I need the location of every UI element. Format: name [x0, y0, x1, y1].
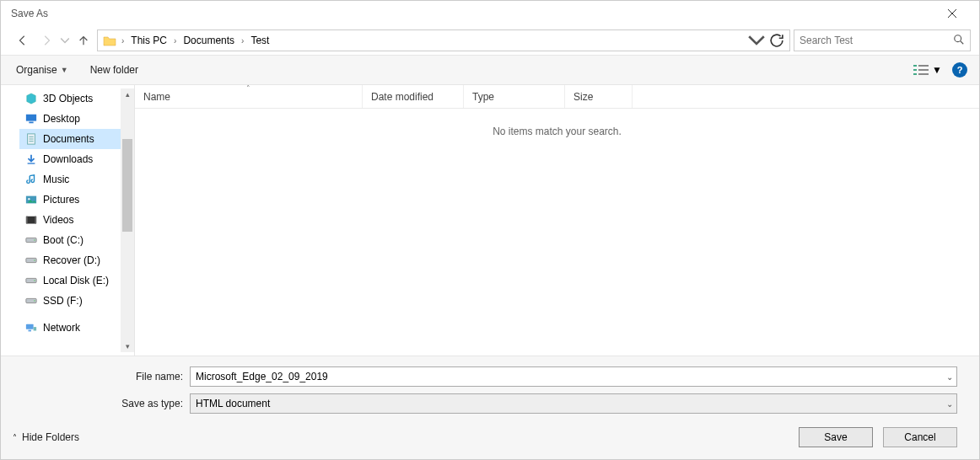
dropdown-icon[interactable]: ⌄: [946, 399, 953, 409]
svg-rect-31: [29, 330, 32, 332]
titlebar: Save As: [1, 1, 979, 26]
tree-item[interactable]: Downloads: [19, 149, 134, 169]
tree-item[interactable]: Documents: [19, 129, 134, 149]
tree-label: Local Disk (E:): [43, 275, 109, 286]
tree-item[interactable]: Music: [19, 169, 134, 190]
svg-rect-21: [35, 217, 36, 224]
col-name[interactable]: Name ˄: [135, 85, 363, 108]
tree-label: Pictures: [43, 194, 79, 206]
view-list-icon: [913, 64, 929, 76]
back-button[interactable]: [13, 30, 33, 51]
svg-rect-4: [913, 65, 917, 67]
breadcrumb-label: Test: [250, 35, 269, 46]
scroll-down-icon: ▾: [124, 342, 131, 350]
breadcrumb-sep: ›: [172, 36, 178, 45]
hide-folders-label: Hide Folders: [22, 431, 79, 443]
button-label: Cancel: [904, 431, 935, 443]
svg-rect-8: [913, 73, 917, 75]
arrow-right-icon: [40, 35, 52, 46]
svg-point-23: [34, 239, 35, 240]
col-label: Type: [472, 91, 494, 103]
svg-rect-20: [26, 217, 28, 224]
search-box[interactable]: [794, 29, 971, 51]
tree-item[interactable]: Local Disk (E:): [19, 270, 134, 291]
col-label: Date modified: [371, 91, 433, 103]
scroll-thumb[interactable]: [122, 139, 132, 232]
address-bar[interactable]: › This PC › Documents › Test: [97, 29, 790, 51]
svg-point-18: [28, 198, 30, 200]
body: 3D ObjectsDesktopDocumentsDownloadsMusic…: [1, 85, 979, 356]
col-size[interactable]: Size: [565, 85, 633, 108]
tree-label: Downloads: [43, 153, 93, 165]
svg-rect-7: [918, 69, 929, 71]
column-headers: Name ˄ Date modified Type Size: [135, 85, 979, 109]
cancel-button[interactable]: Cancel: [883, 427, 957, 447]
savetype-value: HTML document: [196, 398, 270, 409]
tree-label: Recover (D:): [43, 254, 100, 266]
desktop-icon: [24, 112, 38, 126]
svg-rect-9: [918, 73, 929, 75]
doc-icon: [24, 132, 38, 146]
filename-combo[interactable]: ⌄: [190, 366, 957, 387]
forward-button[interactable]: [36, 30, 57, 51]
breadcrumb-item[interactable]: Documents: [180, 30, 238, 51]
svg-point-25: [34, 259, 35, 260]
tree-item[interactable]: Pictures: [19, 190, 134, 210]
new-folder-button[interactable]: New folder: [87, 61, 142, 79]
search-input[interactable]: [800, 35, 953, 46]
svg-point-2: [955, 35, 961, 41]
close-icon: [948, 9, 956, 18]
tree-label: 3D Objects: [43, 93, 93, 104]
svg-rect-30: [26, 324, 34, 329]
tree-item-network[interactable]: Network: [19, 318, 134, 338]
filename-label: File name:: [1, 371, 183, 382]
breadcrumb-item[interactable]: Test: [247, 30, 272, 51]
help-button[interactable]: ?: [952, 62, 967, 78]
tree-item[interactable]: Recover (D:): [19, 250, 134, 270]
view-button[interactable]: ▼: [913, 64, 942, 76]
drive-icon: [24, 274, 38, 287]
tree-item[interactable]: 3D Objects: [19, 88, 134, 109]
tree-item[interactable]: Boot (C:): [19, 230, 134, 250]
filename-input[interactable]: [196, 371, 951, 382]
save-button[interactable]: Save: [799, 427, 873, 447]
empty-message: No items match your search.: [135, 109, 979, 356]
address-dropdown[interactable]: [747, 31, 766, 50]
tree-item[interactable]: SSD (F:): [19, 291, 134, 311]
savetype-label: Save as type:: [1, 398, 183, 409]
network-icon: [24, 321, 38, 334]
tree-label: Documents: [43, 133, 94, 145]
refresh-button[interactable]: [767, 31, 786, 50]
caret-down-icon: ▼: [932, 64, 942, 76]
savetype-combo[interactable]: HTML document ⌄: [190, 393, 957, 414]
pic-icon: [24, 193, 38, 206]
col-label: Size: [573, 91, 593, 103]
button-label: Save: [824, 431, 847, 443]
close-button[interactable]: [934, 1, 971, 26]
download-icon: [24, 152, 38, 166]
chevron-up-icon: ˄: [13, 433, 17, 442]
svg-rect-11: [29, 122, 33, 124]
tree-item[interactable]: Videos: [19, 210, 134, 230]
up-button[interactable]: [73, 30, 94, 51]
dropdown-icon[interactable]: ⌄: [946, 372, 953, 382]
svg-rect-32: [34, 327, 37, 330]
tree-scrollbar[interactable]: ▴ ▾: [121, 88, 134, 352]
footer: ˄ Hide Folders Save Cancel: [1, 419, 979, 459]
tree-label: SSD (F:): [43, 295, 83, 307]
organise-button[interactable]: Organise ▼: [13, 61, 72, 79]
breadcrumb-item[interactable]: This PC: [127, 30, 170, 51]
tree-item[interactable]: Desktop: [19, 109, 134, 129]
col-label: Name: [143, 91, 170, 103]
file-list-pane: Name ˄ Date modified Type Size No items …: [134, 85, 979, 356]
recent-dropdown[interactable]: [60, 30, 70, 51]
drive-icon: [24, 254, 38, 267]
col-type[interactable]: Type: [464, 85, 565, 108]
hide-folders-toggle[interactable]: ˄ Hide Folders: [13, 431, 79, 443]
caret-down-icon: ▼: [61, 66, 68, 74]
save-form: File name: ⌄ Save as type: HTML document…: [1, 356, 979, 419]
col-date[interactable]: Date modified: [363, 85, 464, 108]
svg-rect-19: [26, 217, 36, 224]
svg-rect-5: [918, 65, 929, 67]
new-folder-label: New folder: [90, 64, 138, 76]
